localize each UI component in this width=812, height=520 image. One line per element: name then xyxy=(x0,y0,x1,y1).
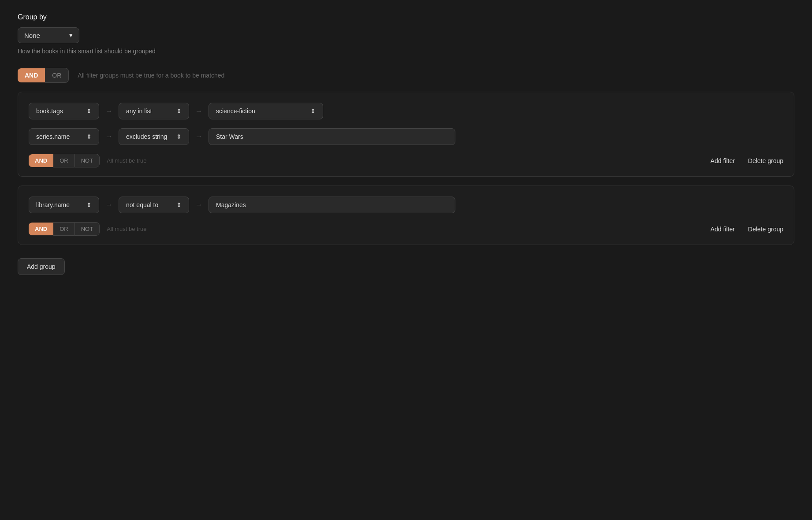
filter-field-1-0[interactable]: library.name⇕ xyxy=(29,197,99,213)
filter-row: book.tags⇕→any in list⇕→science-fiction⇕ xyxy=(29,103,783,119)
chevron-down-icon: ▾ xyxy=(69,31,73,39)
arrow-right-icon: → xyxy=(105,133,112,141)
footer-actions-0: Add filterDelete group xyxy=(711,156,783,166)
footer-or-button-0[interactable]: OR xyxy=(53,154,74,167)
group-by-section: Group by None ▾ How the books in this sm… xyxy=(18,13,794,55)
updown-icon: ⇕ xyxy=(86,133,92,140)
arrow-right-icon: → xyxy=(195,107,202,115)
filter-field-0-0[interactable]: book.tags⇕ xyxy=(29,103,99,119)
arrow-right-icon: → xyxy=(195,201,202,209)
field-label: series.name xyxy=(36,133,70,140)
footer-actions-1: Add filterDelete group xyxy=(711,224,783,234)
arrow-right-icon: → xyxy=(105,201,112,209)
filter-operator-0-1[interactable]: excludes string⇕ xyxy=(119,128,189,145)
filter-value-0-1[interactable] xyxy=(209,128,455,145)
updown-icon: ⇕ xyxy=(86,201,92,208)
add-filter-button-1[interactable]: Add filter xyxy=(711,224,735,234)
group-footer-1: ANDORNOTAll must be trueAdd filterDelete… xyxy=(29,222,783,236)
filter-value-1-0[interactable] xyxy=(209,197,455,213)
filter-row: library.name⇕→not equal to⇕→ xyxy=(29,197,783,213)
group-footer-0: ANDORNOTAll must be trueAdd filterDelete… xyxy=(29,154,783,167)
updown-icon: ⇕ xyxy=(310,108,316,115)
filter-operator-0-0[interactable]: any in list⇕ xyxy=(119,103,189,119)
updown-icon: ⇕ xyxy=(176,201,182,208)
footer-not-button-0[interactable]: NOT xyxy=(74,154,100,167)
operator-label: any in list xyxy=(126,108,152,115)
group-by-label: Group by xyxy=(18,13,794,21)
top-and-button[interactable]: AND xyxy=(18,68,45,82)
top-logic-description: All filter groups must be true for a boo… xyxy=(78,72,224,79)
filter-field-0-1[interactable]: series.name⇕ xyxy=(29,128,99,145)
updown-icon: ⇕ xyxy=(176,133,182,140)
add-group-button[interactable]: Add group xyxy=(18,258,65,275)
filter-group-1: book.tags⇕→any in list⇕→science-fiction⇕… xyxy=(18,92,794,177)
delete-group-button-0[interactable]: Delete group xyxy=(748,156,783,166)
arrow-right-icon: → xyxy=(195,133,202,141)
add-filter-button-0[interactable]: Add filter xyxy=(711,156,735,166)
updown-icon: ⇕ xyxy=(176,108,182,115)
filter-group-2: library.name⇕→not equal to⇕→ANDORNOTAll … xyxy=(18,186,794,245)
delete-group-button-1[interactable]: Delete group xyxy=(748,224,783,234)
group-by-description: How the books in this smart list should … xyxy=(18,48,794,55)
group-by-value: None xyxy=(24,32,40,39)
field-label: library.name xyxy=(36,201,70,208)
filter-operator-1-0[interactable]: not equal to⇕ xyxy=(119,197,189,213)
operator-label: excludes string xyxy=(126,133,167,140)
updown-icon: ⇕ xyxy=(86,108,92,115)
operator-label: not equal to xyxy=(126,201,158,208)
top-logic-bar: AND OR All filter groups must be true fo… xyxy=(18,68,794,83)
filter-groups-container: book.tags⇕→any in list⇕→science-fiction⇕… xyxy=(18,92,794,245)
footer-and-button-1[interactable]: AND xyxy=(29,223,53,235)
filter-value-0-0[interactable]: science-fiction⇕ xyxy=(209,103,323,119)
top-or-button[interactable]: OR xyxy=(45,68,69,83)
footer-and-button-0[interactable]: AND xyxy=(29,154,53,167)
group-by-dropdown[interactable]: None ▾ xyxy=(18,27,79,43)
footer-description-1: All must be true xyxy=(107,226,710,232)
arrow-right-icon: → xyxy=(105,107,112,115)
footer-description-0: All must be true xyxy=(107,157,710,164)
footer-not-button-1[interactable]: NOT xyxy=(74,222,100,236)
field-label: book.tags xyxy=(36,108,63,115)
filter-row: series.name⇕→excludes string⇕→ xyxy=(29,128,783,145)
value-label: science-fiction xyxy=(216,108,255,115)
footer-or-button-1[interactable]: OR xyxy=(53,222,74,236)
